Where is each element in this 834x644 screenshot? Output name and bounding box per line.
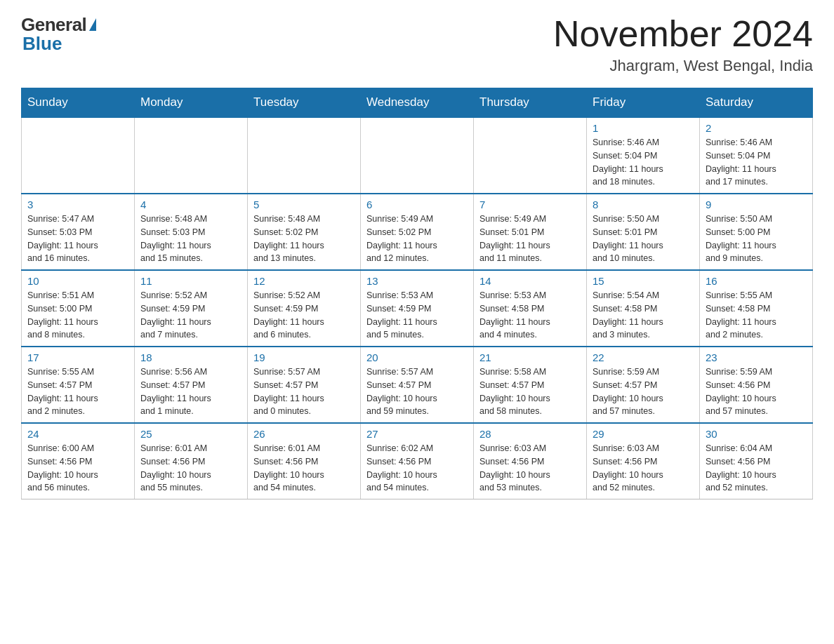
calendar-cell: 6Sunrise: 5:49 AMSunset: 5:02 PMDaylight… [361,194,474,270]
day-info: Sunrise: 6:04 AMSunset: 4:56 PMDaylight:… [706,442,807,495]
day-number: 4 [140,199,241,210]
location-title: Jhargram, West Bengal, India [553,57,813,75]
day-info: Sunrise: 6:01 AMSunset: 4:56 PMDaylight:… [140,442,241,495]
calendar-cell: 5Sunrise: 5:48 AMSunset: 5:02 PMDaylight… [248,194,361,270]
day-info: Sunrise: 5:50 AMSunset: 5:01 PMDaylight:… [593,213,694,265]
day-number: 15 [593,275,694,287]
calendar-cell [22,117,135,194]
calendar-header-row: SundayMondayTuesdayWednesdayThursdayFrid… [22,88,813,118]
calendar-cell: 2Sunrise: 5:46 AMSunset: 5:04 PMDaylight… [700,117,813,194]
day-info: Sunrise: 5:58 AMSunset: 4:57 PMDaylight:… [479,365,581,418]
day-number: 13 [366,275,468,287]
day-number: 8 [593,199,694,210]
calendar-cell [248,117,361,194]
day-number: 25 [140,428,241,440]
weekday-header-friday: Friday [587,88,700,118]
day-info: Sunrise: 5:50 AMSunset: 5:00 PMDaylight:… [706,213,807,265]
calendar-week-row: 17Sunrise: 5:55 AMSunset: 4:57 PMDayligh… [22,347,813,423]
day-number: 18 [140,351,241,363]
calendar-table: SundayMondayTuesdayWednesdayThursdayFrid… [21,88,813,499]
logo: General Blue [21,14,96,55]
day-info: Sunrise: 5:55 AMSunset: 4:57 PMDaylight:… [27,365,128,418]
title-block: November 2024 Jhargram, West Bengal, Ind… [553,14,813,75]
day-info: Sunrise: 6:03 AMSunset: 4:56 PMDaylight:… [479,442,581,495]
day-info: Sunrise: 5:46 AMSunset: 5:04 PMDaylight:… [706,136,807,189]
calendar-cell [474,117,587,194]
calendar-week-row: 1Sunrise: 5:46 AMSunset: 5:04 PMDaylight… [22,117,813,194]
calendar-cell: 8Sunrise: 5:50 AMSunset: 5:01 PMDaylight… [587,194,700,270]
calendar-cell: 3Sunrise: 5:47 AMSunset: 5:03 PMDaylight… [22,194,135,270]
calendar-cell: 21Sunrise: 5:58 AMSunset: 4:57 PMDayligh… [474,347,587,423]
day-number: 22 [593,351,694,363]
day-info: Sunrise: 5:48 AMSunset: 5:02 PMDaylight:… [253,213,355,265]
calendar-cell: 22Sunrise: 5:59 AMSunset: 4:57 PMDayligh… [587,347,700,423]
calendar-cell: 28Sunrise: 6:03 AMSunset: 4:56 PMDayligh… [474,423,587,499]
day-info: Sunrise: 6:03 AMSunset: 4:56 PMDaylight:… [593,442,694,495]
day-info: Sunrise: 5:46 AMSunset: 5:04 PMDaylight:… [593,136,694,189]
day-number: 16 [706,275,807,287]
calendar-cell: 10Sunrise: 5:51 AMSunset: 5:00 PMDayligh… [22,270,135,347]
page-header: General Blue November 2024 Jhargram, Wes… [21,14,813,75]
calendar-cell: 17Sunrise: 5:55 AMSunset: 4:57 PMDayligh… [22,347,135,423]
calendar-cell: 20Sunrise: 5:57 AMSunset: 4:57 PMDayligh… [361,347,474,423]
day-info: Sunrise: 6:02 AMSunset: 4:56 PMDaylight:… [366,442,468,495]
day-info: Sunrise: 5:57 AMSunset: 4:57 PMDaylight:… [253,365,355,418]
weekday-header-tuesday: Tuesday [248,88,361,118]
calendar-week-row: 24Sunrise: 6:00 AMSunset: 4:56 PMDayligh… [22,423,813,499]
day-number: 7 [479,199,581,210]
calendar-cell [361,117,474,194]
day-number: 14 [479,275,581,287]
day-number: 6 [366,199,468,210]
calendar-cell: 13Sunrise: 5:53 AMSunset: 4:59 PMDayligh… [361,270,474,347]
calendar-cell: 9Sunrise: 5:50 AMSunset: 5:00 PMDaylight… [700,194,813,270]
day-number: 2 [706,122,807,134]
day-info: Sunrise: 6:01 AMSunset: 4:56 PMDaylight:… [253,442,355,495]
calendar-cell: 14Sunrise: 5:53 AMSunset: 4:58 PMDayligh… [474,270,587,347]
day-number: 12 [253,275,355,287]
calendar-cell: 12Sunrise: 5:52 AMSunset: 4:59 PMDayligh… [248,270,361,347]
day-number: 27 [366,428,468,440]
day-info: Sunrise: 5:56 AMSunset: 4:57 PMDaylight:… [140,365,241,418]
day-number: 17 [27,351,128,363]
day-info: Sunrise: 5:49 AMSunset: 5:02 PMDaylight:… [366,213,468,265]
calendar-cell: 25Sunrise: 6:01 AMSunset: 4:56 PMDayligh… [135,423,248,499]
calendar-cell: 16Sunrise: 5:55 AMSunset: 4:58 PMDayligh… [700,270,813,347]
calendar-cell: 1Sunrise: 5:46 AMSunset: 5:04 PMDaylight… [587,117,700,194]
day-number: 1 [593,122,694,134]
calendar-cell: 19Sunrise: 5:57 AMSunset: 4:57 PMDayligh… [248,347,361,423]
day-number: 26 [253,428,355,440]
day-number: 24 [27,428,128,440]
logo-blue-text: Blue [22,33,62,55]
day-number: 20 [366,351,468,363]
calendar-cell: 18Sunrise: 5:56 AMSunset: 4:57 PMDayligh… [135,347,248,423]
day-number: 21 [479,351,581,363]
calendar-cell: 27Sunrise: 6:02 AMSunset: 4:56 PMDayligh… [361,423,474,499]
weekday-header-wednesday: Wednesday [361,88,474,118]
day-info: Sunrise: 5:57 AMSunset: 4:57 PMDaylight:… [366,365,468,418]
day-info: Sunrise: 5:52 AMSunset: 4:59 PMDaylight:… [140,289,241,342]
calendar-cell: 23Sunrise: 5:59 AMSunset: 4:56 PMDayligh… [700,347,813,423]
day-info: Sunrise: 5:59 AMSunset: 4:56 PMDaylight:… [706,365,807,418]
day-info: Sunrise: 5:53 AMSunset: 4:58 PMDaylight:… [479,289,581,342]
calendar-cell: 7Sunrise: 5:49 AMSunset: 5:01 PMDaylight… [474,194,587,270]
day-number: 5 [253,199,355,210]
day-number: 3 [27,199,128,210]
day-info: Sunrise: 5:53 AMSunset: 4:59 PMDaylight:… [366,289,468,342]
day-info: Sunrise: 5:55 AMSunset: 4:58 PMDaylight:… [706,289,807,342]
calendar-cell: 26Sunrise: 6:01 AMSunset: 4:56 PMDayligh… [248,423,361,499]
logo-triangle-icon [89,18,96,31]
day-number: 19 [253,351,355,363]
day-info: Sunrise: 5:51 AMSunset: 5:00 PMDaylight:… [27,289,128,342]
weekday-header-sunday: Sunday [22,88,135,118]
calendar-cell: 15Sunrise: 5:54 AMSunset: 4:58 PMDayligh… [587,270,700,347]
calendar-cell: 29Sunrise: 6:03 AMSunset: 4:56 PMDayligh… [587,423,700,499]
day-number: 11 [140,275,241,287]
weekday-header-thursday: Thursday [474,88,587,118]
month-title: November 2024 [553,14,813,54]
day-info: Sunrise: 6:00 AMSunset: 4:56 PMDaylight:… [27,442,128,495]
calendar-cell: 11Sunrise: 5:52 AMSunset: 4:59 PMDayligh… [135,270,248,347]
calendar-week-row: 3Sunrise: 5:47 AMSunset: 5:03 PMDaylight… [22,194,813,270]
weekday-header-saturday: Saturday [700,88,813,118]
day-number: 30 [706,428,807,440]
calendar-cell [135,117,248,194]
